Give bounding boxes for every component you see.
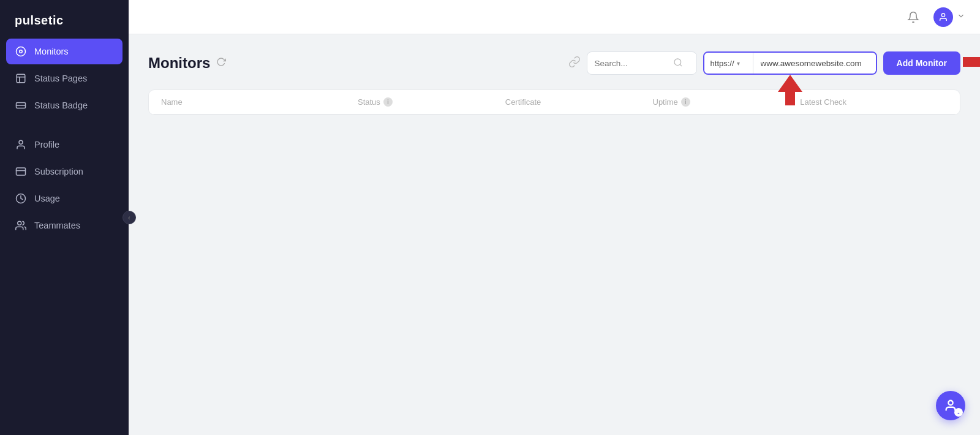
svg-point-13 bbox=[674, 59, 681, 66]
search-input[interactable] bbox=[595, 59, 668, 68]
url-input-group: https:// ▾ bbox=[703, 51, 877, 75]
sidebar-item-teammates-label: Teammates bbox=[34, 221, 80, 230]
sidebar-nav: Monitors Status Pages bbox=[0, 39, 129, 435]
add-monitor-button[interactable]: Add Monitor bbox=[883, 51, 960, 75]
svg-rect-8 bbox=[17, 168, 26, 175]
svg-line-14 bbox=[680, 64, 682, 66]
sidebar-collapse-button[interactable]: ‹ bbox=[123, 211, 136, 224]
sidebar-item-subscription-label: Subscription bbox=[34, 167, 83, 176]
sidebar-item-teammates[interactable]: Teammates bbox=[6, 213, 123, 238]
sidebar-item-subscription[interactable]: Subscription bbox=[6, 159, 123, 184]
col-header-certificate: Certificate bbox=[505, 97, 653, 107]
sidebar-item-monitors-label: Monitors bbox=[34, 47, 69, 56]
svg-point-17 bbox=[948, 401, 952, 405]
sidebar-item-status-badge-label: Status Badge bbox=[34, 100, 88, 110]
svg-point-1 bbox=[20, 50, 23, 53]
badge-icon bbox=[15, 99, 27, 112]
table-header: Name Status i Certificate Uptime i Lates… bbox=[149, 90, 960, 115]
uptime-info-icon[interactable]: i bbox=[681, 97, 690, 107]
topbar bbox=[129, 0, 980, 34]
col-header-name: Name bbox=[161, 97, 358, 107]
subscription-icon bbox=[15, 165, 27, 178]
app-logo: pulsetic bbox=[0, 0, 129, 39]
monitor-icon bbox=[15, 45, 27, 58]
sidebar-item-usage[interactable]: Usage bbox=[6, 186, 123, 211]
svg-point-11 bbox=[18, 221, 21, 225]
monitors-table: Name Status i Certificate Uptime i Lates… bbox=[148, 89, 960, 115]
teammates-icon bbox=[15, 219, 27, 232]
sidebar-item-usage-label: Usage bbox=[34, 194, 60, 203]
search-icon bbox=[673, 58, 683, 69]
protocol-label: https:// bbox=[710, 59, 734, 68]
page-header: Monitors bbox=[148, 51, 960, 75]
filter-icon[interactable] bbox=[568, 56, 581, 71]
main-content: Monitors bbox=[129, 0, 980, 435]
sidebar-section-top: Monitors Status Pages bbox=[0, 39, 129, 119]
sidebar-item-status-pages[interactable]: Status Pages bbox=[6, 66, 123, 91]
status-page-icon bbox=[15, 72, 27, 85]
search-box[interactable] bbox=[587, 51, 697, 75]
status-info-icon[interactable]: i bbox=[383, 97, 393, 107]
fab-button[interactable]: - bbox=[936, 391, 965, 420]
svg-marker-16 bbox=[963, 50, 980, 74]
svg-point-12 bbox=[941, 13, 944, 17]
page-content: Monitors bbox=[129, 34, 980, 435]
sidebar-item-profile[interactable]: Profile bbox=[6, 132, 123, 157]
page-title-area: Monitors bbox=[148, 55, 226, 72]
col-header-latest-check: Latest Check bbox=[800, 97, 948, 107]
protocol-dropdown[interactable]: https:// ▾ bbox=[704, 53, 753, 74]
sidebar-section-bottom: Profile Subscription bbox=[0, 132, 129, 240]
svg-rect-2 bbox=[17, 74, 25, 83]
svg-point-7 bbox=[19, 140, 23, 144]
user-avatar bbox=[933, 7, 953, 27]
person-icon bbox=[15, 138, 27, 151]
arrow-right-annotation bbox=[963, 50, 980, 77]
protocol-chevron-icon: ▾ bbox=[737, 60, 740, 67]
page-title: Monitors bbox=[148, 55, 210, 72]
col-header-uptime: Uptime i bbox=[653, 97, 801, 107]
svg-point-0 bbox=[17, 47, 26, 56]
refresh-icon[interactable] bbox=[216, 57, 226, 69]
usage-icon bbox=[15, 192, 27, 205]
sidebar-item-monitors[interactable]: Monitors bbox=[6, 39, 123, 64]
add-monitor-wrapper: Add Monitor bbox=[883, 51, 960, 75]
user-menu-button[interactable] bbox=[933, 7, 965, 27]
sidebar: pulsetic Monitors bbox=[0, 0, 129, 435]
col-header-status: Status i bbox=[358, 97, 505, 107]
fab-badge: - bbox=[954, 408, 963, 417]
sidebar-item-status-badge[interactable]: Status Badge bbox=[6, 93, 123, 118]
user-menu-chevron bbox=[957, 12, 965, 22]
url-input-wrapper: https:// ▾ bbox=[703, 51, 877, 75]
sidebar-item-profile-label: Profile bbox=[34, 140, 59, 149]
header-actions: https:// ▾ Add Monitor bbox=[568, 51, 960, 75]
sidebar-item-status-pages-label: Status Pages bbox=[34, 74, 87, 83]
notification-button[interactable] bbox=[903, 7, 924, 28]
url-input[interactable] bbox=[753, 53, 876, 74]
